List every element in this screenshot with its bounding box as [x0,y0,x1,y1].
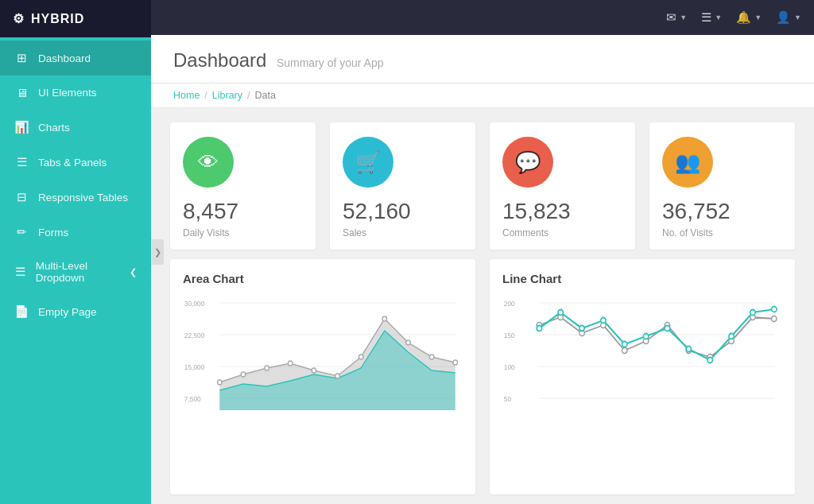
comments-label: Comments [502,227,548,238]
svg-point-12 [265,366,269,370]
svg-point-46 [643,334,648,339]
page-icon: 📄 [14,304,29,319]
page-header: Dashboard Summary of your App [151,35,814,83]
user-icon: 👤 [776,10,791,25]
caret-icon: ▼ [754,14,762,21]
svg-point-33 [622,348,627,354]
email-icon: ✉ [666,10,676,25]
svg-point-49 [707,358,712,363]
sidebar-item-label: Multi-Level Dropdown [36,260,120,284]
sales-icon: 🛒 [343,137,393,188]
sidebar-item-label: Dashboard [38,52,91,64]
notifications-button[interactable]: 🔔 ▼ [736,10,762,25]
daily-visits-icon: 👁 [183,137,234,188]
menu-icon: ☰ [701,10,711,25]
visits-value: 36,752 [662,199,731,224]
svg-text:15,000: 15,000 [184,363,205,371]
sidebar-item-label: Tabs & Panels [38,157,107,169]
svg-point-48 [686,347,691,352]
daily-visits-value: 8,457 [183,199,238,224]
sidebar-toggle-button[interactable]: ❯ [151,239,164,265]
menu-button[interactable]: ☰ ▼ [701,10,722,25]
breadcrumb-home[interactable]: Home [173,90,200,101]
breadcrumb-separator: / [247,90,250,101]
stat-card-sales: 🛒 52,160 Sales [330,122,475,250]
svg-point-13 [288,361,293,366]
sidebar-item-dashboard[interactable]: ⊞ Dashboard [0,41,151,76]
stat-card-daily-visits: 👁 8,457 Daily Visits [170,122,316,250]
svg-text:50: 50 [504,395,511,403]
sidebar-item-label: Empty Page [38,306,97,318]
caret-icon: ▼ [794,14,801,21]
sidebar-item-label: Forms [38,227,68,238]
svg-point-52 [772,307,777,312]
svg-point-40 [772,316,777,322]
line-chart-card: Line Chart 200 150 100 50 [490,259,795,494]
monitor-icon: 🖥 [14,86,29,99]
tabs-icon: ☰ [14,155,29,169]
sidebar-item-tabs-panels[interactable]: ☰ Tabs & Panels [0,145,151,180]
line-chart-title: Line Chart [502,272,782,285]
sidebar-item-label: UI Elements [38,87,97,99]
svg-marker-9 [219,331,455,410]
comments-icon: 💬 [502,137,553,188]
breadcrumb-current: Data [255,90,276,101]
dashboard-icon: ⊞ [14,51,29,65]
table-icon: ⊟ [14,190,29,204]
svg-point-20 [453,360,458,365]
svg-text:100: 100 [504,363,515,371]
gear-icon: ⚙ [13,11,25,26]
breadcrumb-library[interactable]: Library [212,90,242,101]
sidebar: ⚙ HYBRID ⊞ Dashboard 🖥 UI Elements 📊 Cha… [0,0,151,504]
line-chart-svg: 200 150 100 50 [502,295,782,422]
svg-point-10 [218,380,223,385]
stat-card-visits: 👥 36,752 No. of Visits [649,122,795,250]
caret-icon: ▼ [715,14,722,21]
stats-row: 👁 8,457 Daily Visits 🛒 52,160 Sales 💬 15… [151,108,814,259]
svg-point-18 [406,340,411,345]
svg-point-14 [312,368,316,373]
app-logo: ⚙ HYBRID [0,0,151,37]
sidebar-item-ui-elements[interactable]: 🖥 UI Elements [0,76,151,110]
visits-label: No. of Visits [662,227,713,238]
svg-point-51 [750,310,755,316]
sidebar-item-empty-page[interactable]: 📄 Empty Page [0,294,151,329]
svg-point-19 [429,355,434,359]
dropdown-icon: ☰ [14,265,26,279]
topbar: ✉ ▼ ☰ ▼ 🔔 ▼ 👤 ▼ [151,0,814,35]
area-chart-svg: 30,000 22,500 15,000 7,500 [183,295,463,422]
svg-text:7,500: 7,500 [184,395,201,403]
svg-point-16 [359,355,363,359]
sidebar-item-responsive-tables[interactable]: ⊟ Responsive Tables [0,180,151,215]
charts-row: Area Chart 30,000 22,500 15,000 7,500 [151,259,814,504]
sidebar-item-forms[interactable]: ✏ Forms [0,215,151,250]
sidebar-nav: ⊞ Dashboard 🖥 UI Elements 📊 Charts ☰ Tab… [0,41,151,329]
sidebar-item-multi-level-dropdown[interactable]: ☰ Multi-Level Dropdown ❮ [0,250,151,294]
breadcrumb: Home / Library / Data [151,83,814,108]
svg-point-15 [335,374,340,378]
page-subtitle: Summary of your App [277,56,384,69]
breadcrumb-separator: / [204,90,207,101]
svg-point-43 [579,326,584,331]
sidebar-item-charts[interactable]: 📊 Charts [0,110,151,145]
comments-value: 15,823 [502,199,571,224]
svg-point-47 [665,326,669,331]
svg-text:22,500: 22,500 [184,331,205,339]
visits-icon: 👥 [662,137,713,188]
svg-text:150: 150 [504,331,515,339]
sidebar-item-label: Charts [38,122,70,134]
chart-icon: 📊 [14,120,29,134]
svg-text:200: 200 [504,300,515,308]
svg-point-41 [537,326,541,331]
svg-point-45 [622,342,627,347]
svg-point-17 [382,316,387,321]
caret-icon: ▼ [680,14,687,21]
daily-visits-label: Daily Visits [183,227,229,238]
stat-card-comments: 💬 15,823 Comments [490,122,635,250]
user-menu[interactable]: 👤 ▼ [776,10,801,25]
email-menu[interactable]: ✉ ▼ [666,10,687,25]
page-title: Dashboard [173,49,266,71]
svg-point-44 [601,318,606,324]
svg-point-42 [558,310,563,316]
svg-point-11 [241,372,246,377]
